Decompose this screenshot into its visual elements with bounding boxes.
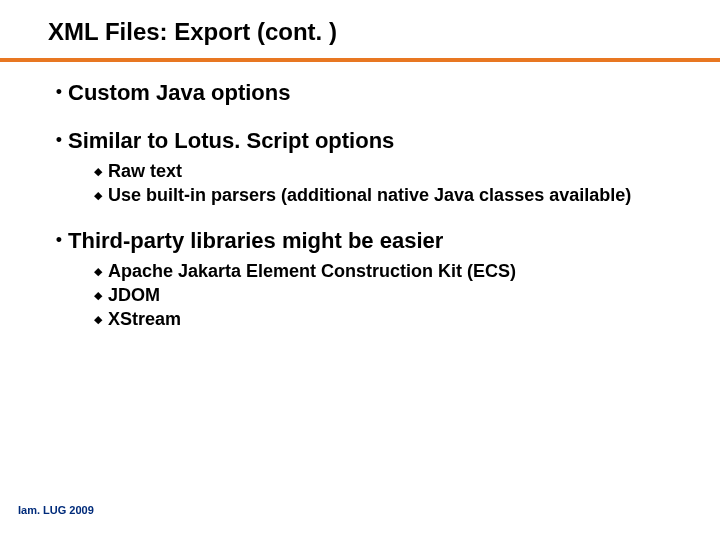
bullet-dot-icon: •: [50, 80, 68, 104]
diamond-icon: ◆: [94, 284, 108, 306]
diamond-icon: ◆: [94, 308, 108, 330]
sub-bullet-text: XStream: [108, 308, 690, 330]
sub-bullet: ◆ JDOM: [94, 284, 690, 306]
sub-bullet-text: Raw text: [108, 160, 690, 182]
content: • Custom Java options • Similar to Lotus…: [48, 80, 690, 330]
sub-bullet-text: Use built-in parsers (additional native …: [108, 184, 690, 206]
divider: [0, 58, 720, 62]
sub-bullet: ◆ Use built-in parsers (additional nativ…: [94, 184, 690, 206]
bullet-text: Custom Java options: [68, 80, 290, 106]
bullet-text: Third-party libraries might be easier: [68, 228, 443, 254]
diamond-icon: ◆: [94, 184, 108, 206]
sublist: ◆ Raw text ◆ Use built-in parsers (addit…: [94, 160, 690, 206]
sub-bullet-text: JDOM: [108, 284, 690, 306]
slide: XML Files: Export (cont. ) • Custom Java…: [0, 0, 720, 540]
bullet-text: Similar to Lotus. Script options: [68, 128, 394, 154]
diamond-icon: ◆: [94, 160, 108, 182]
sub-bullet: ◆ Raw text: [94, 160, 690, 182]
sub-bullet-text: Apache Jakarta Element Construction Kit …: [108, 260, 690, 282]
bullet-dot-icon: •: [50, 228, 68, 252]
sublist: ◆ Apache Jakarta Element Construction Ki…: [94, 260, 690, 330]
bullet-dot-icon: •: [50, 128, 68, 152]
sub-bullet: ◆ XStream: [94, 308, 690, 330]
diamond-icon: ◆: [94, 260, 108, 282]
slide-title: XML Files: Export (cont. ): [48, 18, 690, 46]
footer-text: Iam. LUG 2009: [18, 504, 94, 516]
bullet-1: • Custom Java options: [50, 80, 690, 106]
bullet-2: • Similar to Lotus. Script options ◆ Raw…: [50, 128, 690, 206]
sub-bullet: ◆ Apache Jakarta Element Construction Ki…: [94, 260, 690, 282]
bullet-3: • Third-party libraries might be easier …: [50, 228, 690, 330]
